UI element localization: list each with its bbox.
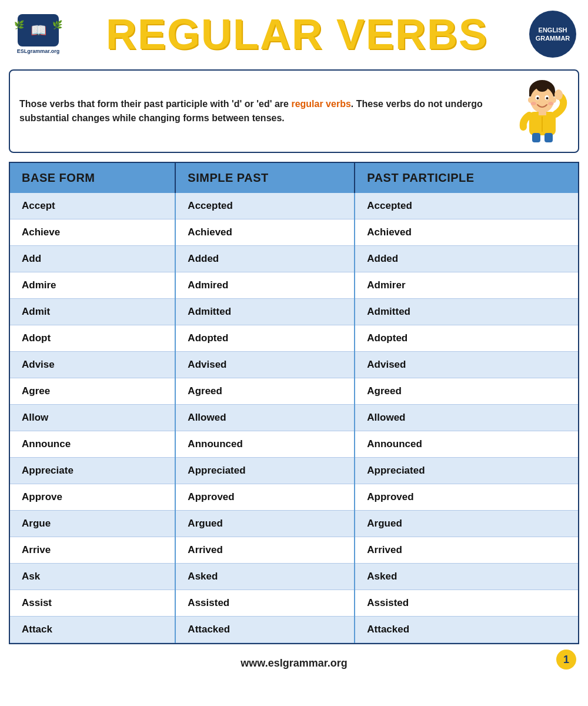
description-highlight: regular verbs: [291, 99, 350, 109]
table-row: AssistAssistedAssisted: [10, 590, 578, 617]
table-row: AdviseAdvisedAdvised: [10, 352, 578, 378]
logo-box: 🌿 📖 🌿: [18, 14, 59, 46]
book-icon: 📖: [31, 23, 46, 38]
description-area: Those verbs that form their past partici…: [9, 69, 579, 153]
table-cell: Advised: [355, 352, 578, 378]
mascot-svg: [517, 79, 567, 144]
table-cell: Accepted: [175, 193, 355, 219]
table-cell: Added: [355, 246, 578, 272]
leaf-left-icon: 🌿: [14, 20, 24, 29]
table-cell: Admit: [10, 299, 175, 325]
badge-line1: ENGLISH: [539, 26, 567, 34]
col-base-form: BASE FORM: [10, 163, 175, 193]
table-cell: Attacked: [175, 617, 355, 643]
leaf-right-icon: 🌿: [52, 20, 62, 29]
footer-url: www.eslgrammar.org: [240, 657, 347, 669]
table-cell: Agreed: [355, 378, 578, 405]
description-text: Those verbs that form their past partici…: [19, 97, 510, 125]
table-cell: Approve: [10, 484, 175, 511]
table-cell: Admirer: [355, 272, 578, 299]
svg-rect-17: [544, 133, 553, 142]
footer: www.eslgrammar.org 1: [0, 650, 588, 674]
verb-table: BASE FORM SIMPLE PAST PAST PARTICIPLE Ac…: [9, 162, 579, 644]
table-cell: Attack: [10, 617, 175, 643]
table-cell: Admire: [10, 272, 175, 299]
table-row: ApproveApprovedApproved: [10, 484, 578, 511]
table-row: AdoptAdoptedAdopted: [10, 325, 578, 352]
table-cell: Attacked: [355, 617, 578, 643]
table-cell: Advised: [175, 352, 355, 378]
table-cell: Arrived: [355, 537, 578, 564]
col-past-participle: PAST PARTICIPLE: [355, 163, 578, 193]
svg-point-9: [528, 97, 533, 103]
svg-point-6: [546, 97, 548, 99]
table-cell: Add: [10, 246, 175, 272]
table-cell: Asked: [355, 564, 578, 590]
table-cell: Appreciated: [355, 458, 578, 484]
table-row: ArgueArguedArgued: [10, 511, 578, 537]
table-cell: Accept: [10, 193, 175, 219]
table-cell: Appreciated: [175, 458, 355, 484]
table-row: AttackAttackedAttacked: [10, 617, 578, 643]
table-row: AddAddedAdded: [10, 246, 578, 272]
mascot: [516, 79, 569, 144]
table-cell: Arrive: [10, 537, 175, 564]
table-cell: Allow: [10, 405, 175, 431]
table-row: AnnounceAnnouncedAnnounced: [10, 431, 578, 458]
table-cell: Asked: [175, 564, 355, 590]
table-row: AdmireAdmiredAdmirer: [10, 272, 578, 299]
table-row: AllowAllowedAllowed: [10, 405, 578, 431]
table-cell: Admitted: [175, 299, 355, 325]
page-number: 1: [556, 650, 576, 670]
table-cell: Achieved: [355, 219, 578, 246]
table-cell: Adopt: [10, 325, 175, 352]
svg-point-5: [536, 97, 539, 99]
table-row: AdmitAdmittedAdmitted: [10, 299, 578, 325]
description-before: Those verbs that form their past partici…: [19, 99, 291, 109]
table-cell: Argued: [355, 511, 578, 537]
header: 🌿 📖 🌿 ESLgrammar.org REGULAR VERBS ENGLI…: [0, 0, 588, 64]
svg-rect-16: [532, 133, 540, 142]
table-cell: Adopted: [175, 325, 355, 352]
table-cell: Advise: [10, 352, 175, 378]
table-cell: Achieved: [175, 219, 355, 246]
table-row: AchieveAchievedAchieved: [10, 219, 578, 246]
table-cell: Accepted: [355, 193, 578, 219]
table-row: AcceptAcceptedAccepted: [10, 193, 578, 219]
table-cell: Appreciate: [10, 458, 175, 484]
table-cell: Arrived: [175, 537, 355, 564]
table-cell: Adopted: [355, 325, 578, 352]
table-cell: Announced: [355, 431, 578, 458]
table-cell: Argue: [10, 511, 175, 537]
table-cell: Assisted: [175, 590, 355, 617]
svg-point-14: [554, 89, 563, 100]
logo-text: ESLgrammar.org: [17, 48, 60, 54]
table-cell: Assist: [10, 590, 175, 617]
badge-line2: GRAMMAR: [536, 34, 570, 42]
table-cell: Announce: [10, 431, 175, 458]
table-cell: Announced: [175, 431, 355, 458]
table-cell: Approved: [355, 484, 578, 511]
col-simple-past: SIMPLE PAST: [175, 163, 355, 193]
table-cell: Agree: [10, 378, 175, 405]
table-cell: Agreed: [175, 378, 355, 405]
table-row: AppreciateAppreciatedAppreciated: [10, 458, 578, 484]
table-cell: Argued: [175, 511, 355, 537]
table-cell: Allowed: [355, 405, 578, 431]
logo-area: 🌿 📖 🌿 ESLgrammar.org: [12, 14, 65, 54]
table-cell: Admired: [175, 272, 355, 299]
table-cell: Allowed: [175, 405, 355, 431]
table-cell: Ask: [10, 564, 175, 590]
main-title: REGULAR VERBS: [65, 13, 529, 55]
svg-rect-13: [539, 111, 546, 115]
table-cell: Added: [175, 246, 355, 272]
table-row: AskAskedAsked: [10, 564, 578, 590]
table-header-row: BASE FORM SIMPLE PAST PAST PARTICIPLE: [10, 163, 578, 193]
grammar-badge: ENGLISH GRAMMAR: [529, 11, 576, 58]
svg-point-11: [536, 82, 548, 92]
table-row: AgreeAgreedAgreed: [10, 378, 578, 405]
table-row: ArriveArrivedArrived: [10, 537, 578, 564]
page: 🌿 📖 🌿 ESLgrammar.org REGULAR VERBS ENGLI…: [0, 0, 588, 706]
table-cell: Admitted: [355, 299, 578, 325]
table-cell: Assisted: [355, 590, 578, 617]
